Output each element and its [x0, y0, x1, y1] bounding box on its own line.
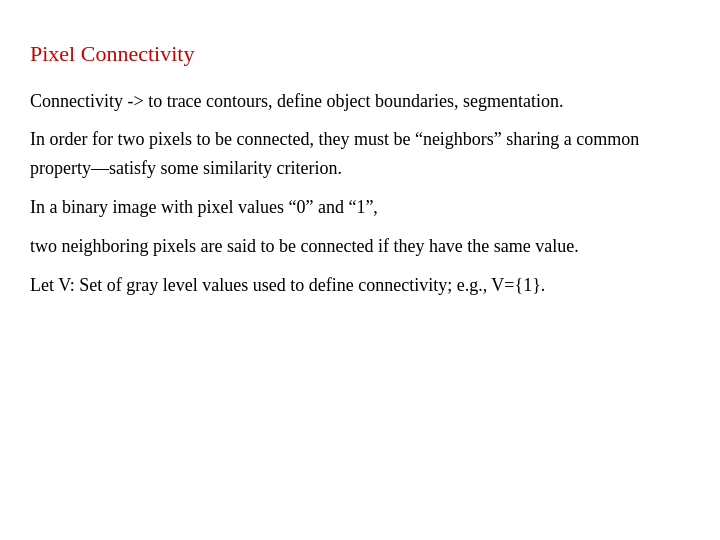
- paragraph-3: In a binary image with pixel values “0” …: [30, 193, 690, 222]
- paragraph-4: two neighboring pixels are said to be co…: [30, 232, 690, 261]
- slide-content: Connectivity -> to trace contours, defin…: [30, 87, 690, 300]
- paragraph-2: In order for two pixels to be connected,…: [30, 125, 690, 183]
- paragraph-5: Let V: Set of gray level values used to …: [30, 271, 690, 300]
- slide-title: Pixel Connectivity: [30, 40, 690, 69]
- slide-container: Pixel Connectivity Connectivity -> to tr…: [0, 0, 720, 540]
- paragraph-1: Connectivity -> to trace contours, defin…: [30, 87, 690, 116]
